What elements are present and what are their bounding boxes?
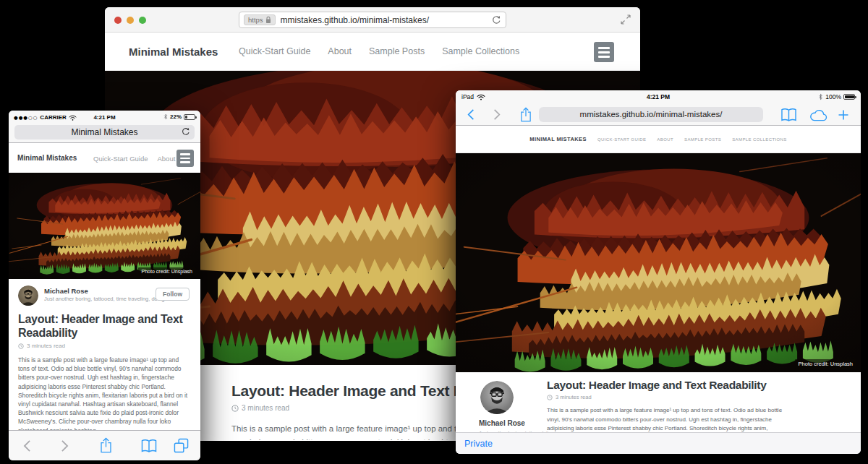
post-title: Layout: Header Image and Text Readabilit… <box>18 313 190 340</box>
tablet-status-bar: iPad 4:21 PM 100% <box>456 90 861 103</box>
minimize-window-button[interactable] <box>127 17 134 24</box>
share-icon[interactable] <box>519 106 532 123</box>
nav-link-sample-collections[interactable]: Sample Collections <box>732 137 787 142</box>
tabs-icon[interactable] <box>174 438 189 453</box>
feature-image-art <box>456 153 861 372</box>
read-time: 3 minutes read <box>242 404 289 412</box>
forward-icon[interactable] <box>493 108 501 121</box>
battery-percent: 22% <box>170 113 182 120</box>
https-badge: https <box>244 14 276 25</box>
bluetooth-icon <box>818 93 823 100</box>
site-brand[interactable]: Minimal Mistakes <box>529 136 587 142</box>
site-navbar: Minimal Mistakes Quick-Start Guide About <box>9 143 200 173</box>
author-sidebar: Michael Rose Just another boring, tattoo… <box>479 381 548 432</box>
nav-link-about[interactable]: About <box>328 46 352 56</box>
avatar <box>480 381 514 414</box>
iphone-safari-window: ●●●○○ CARRIER 4:21 PM 22% Minimal Mistak… <box>9 111 200 460</box>
zoom-window-button[interactable] <box>139 17 146 24</box>
feature-image: Photo credit: Unsplash <box>456 153 861 372</box>
reload-icon[interactable] <box>182 127 190 136</box>
expand-icon[interactable] <box>621 14 631 25</box>
nav-link-quick-start[interactable]: Quick-Start Guide <box>597 137 646 142</box>
nav-link-sample-posts[interactable]: Sample Posts <box>369 46 425 56</box>
read-time: 3 minutes read <box>556 394 592 400</box>
forward-icon[interactable] <box>61 439 69 452</box>
menu-toggle-button[interactable] <box>594 42 614 62</box>
composite-canvas: https mmistakes.github.io/minimal-mistak… <box>0 0 868 464</box>
tablet-address-bar[interactable]: mmistakes.github.io/minimal-mistakes/ <box>539 107 763 122</box>
status-time: 4:21 PM <box>456 93 861 100</box>
nav-link-sample-collections[interactable]: Sample Collections <box>442 46 519 56</box>
browser-chrome-bar[interactable]: https mmistakes.github.io/minimal-mistak… <box>105 7 640 33</box>
author-row: Michael Rose Just another boring, tattoo… <box>18 285 191 307</box>
nav-link-about[interactable]: About <box>158 155 176 163</box>
private-button[interactable]: Private <box>464 439 493 449</box>
nav-links: Quick-Start Guide About <box>93 155 175 163</box>
battery-icon <box>843 94 855 100</box>
post-article: Michael Rose Just another boring, tattoo… <box>9 279 200 430</box>
phone-browser-toolbar <box>9 430 200 460</box>
bluetooth-icon <box>163 113 168 120</box>
nav-links: Quick-Start Guide About Sample Posts Sam… <box>239 46 519 56</box>
menu-toggle-button[interactable] <box>176 150 194 167</box>
site-brand[interactable]: Minimal Mistakes <box>129 46 218 58</box>
close-window-button[interactable] <box>114 17 122 24</box>
nav-link-sample-posts[interactable]: Sample Posts <box>684 137 721 142</box>
phone-address-bar[interactable]: Minimal Mistakes <box>14 125 195 139</box>
new-tab-icon[interactable] <box>838 109 849 121</box>
read-time: 3 minutes read <box>27 343 65 349</box>
address-bar[interactable]: https mmistakes.github.io/minimal-mistak… <box>239 12 506 28</box>
post-meta: 3 minutes read <box>547 394 841 400</box>
site-navbar: Minimal Mistakes Quick-Start Guide About… <box>456 126 861 153</box>
post-meta: 3 minutes read <box>18 343 191 349</box>
https-label: https <box>248 16 263 24</box>
battery-icon <box>184 114 195 120</box>
lock-icon <box>265 16 271 24</box>
post-paragraph-1: This is a sample post with a large featu… <box>18 356 191 430</box>
back-icon[interactable] <box>467 108 475 121</box>
nav-link-quick-start[interactable]: Quick-Start Guide <box>93 155 148 163</box>
post-paragraph: This is a sample post with a large featu… <box>547 406 789 432</box>
page-title: Minimal Mistakes <box>14 127 195 137</box>
bookmarks-icon[interactable] <box>780 108 797 122</box>
phone-url-row: Minimal Mistakes <box>9 124 200 143</box>
reload-icon[interactable] <box>492 15 501 25</box>
private-bar: Private <box>456 432 861 454</box>
author-bio: Just another boring, tattooed, time trav… <box>44 296 174 302</box>
cloud-tabs-icon[interactable] <box>809 109 827 121</box>
clock-icon <box>547 395 553 400</box>
tablet-browser-toolbar: mmistakes.github.io/minimal-mistakes/ <box>456 103 861 126</box>
bookmarks-icon[interactable] <box>140 439 158 453</box>
nav-link-about[interactable]: About <box>657 137 673 142</box>
battery-percent: 100% <box>825 93 841 100</box>
nav-link-quick-start[interactable]: Quick-Start Guide <box>239 46 310 56</box>
photo-credit: Photo credit: Unsplash <box>138 267 196 275</box>
follow-button[interactable]: Follow <box>156 288 190 301</box>
author-name: Michael Rose <box>479 419 548 427</box>
clock-icon <box>18 343 24 349</box>
url-text: mmistakes.github.io/minimal-mistakes/ <box>539 110 763 119</box>
site-brand[interactable]: Minimal Mistakes <box>17 154 77 162</box>
url-text: mmistakes.github.io/minimal-mistakes/ <box>281 15 489 25</box>
post-title: Layout: Header Image and Text Readabilit… <box>547 379 841 392</box>
back-icon[interactable] <box>23 439 31 452</box>
site-navbar: Minimal Mistakes Quick-Start Guide About… <box>105 33 640 71</box>
feature-image: Photo credit: Unsplash <box>9 173 200 279</box>
clock-icon <box>231 405 239 412</box>
share-icon[interactable] <box>99 437 113 454</box>
avatar <box>18 285 38 306</box>
feature-image-art <box>9 173 200 279</box>
photo-credit: Photo credit: Unsplash <box>795 359 856 369</box>
author-name: Michael Rose <box>44 287 88 295</box>
ipad-safari-window: iPad 4:21 PM 100% mmistakes.github.io/mi… <box>456 90 861 454</box>
post-article: Michael Rose Just another boring, tattoo… <box>456 372 861 432</box>
phone-status-bar: ●●●○○ CARRIER 4:21 PM 22% <box>9 111 200 124</box>
